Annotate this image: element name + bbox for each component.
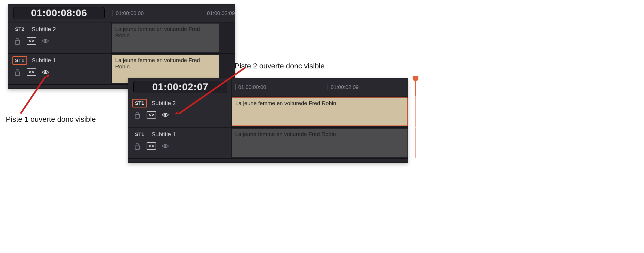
subtitle-clip[interactable]: La jeune femme en voiturede Fred Robin [232, 97, 408, 126]
track-badge[interactable]: ST1 [132, 99, 147, 107]
track-name-label: Subtitle 2 [152, 100, 176, 107]
time-ruler[interactable]: 01:00:00:00 01:00:02:09 [109, 4, 235, 22]
track-header[interactable]: ST1 Subtitle 1 <> [8, 54, 112, 84]
eye-icon[interactable] [41, 68, 50, 76]
eye-icon[interactable] [41, 37, 50, 45]
playhead-handle-icon[interactable] [413, 76, 418, 81]
timeline-panel-1: 01:00:08:06 01:00:00:00 01:00:02:09 ST2 … [8, 4, 235, 89]
clip-text: La jeune femme en voiturede Fred Robin [235, 100, 336, 106]
timecode-display[interactable]: 01:00:08:06 [13, 7, 105, 19]
clip-text: La jeune femme en voiturede Fred Robin [115, 26, 200, 38]
track-badge[interactable]: ST1 [12, 56, 27, 65]
track-lane[interactable]: La jeune femme en voiturede Fred Robin [232, 96, 408, 127]
timecode-text: 01:00:08:06 [31, 8, 87, 19]
track-name-label: Subtitle 1 [152, 131, 176, 138]
clip-text: La jeune femme en voiturede Fred Robin [235, 131, 336, 137]
time-ruler[interactable]: 01:00:00:00 01:00:02:09 [231, 78, 408, 96]
eye-icon[interactable] [161, 111, 170, 119]
track-header[interactable]: ST1 Subtitle 2 <> [128, 96, 232, 127]
annotation-label: Piste 2 ouverte donc visible [235, 62, 325, 70]
ruler-label: 01:00:02:09 [207, 10, 235, 16]
track-lane[interactable]: La jeune femme en voiturede Fred Robin [232, 128, 408, 158]
playhead-line [415, 128, 416, 158]
auto-caption-toggle[interactable]: <> [27, 68, 36, 76]
track-badge[interactable]: ST2 [12, 25, 27, 34]
track-header[interactable]: ST2 Subtitle 2 <> [8, 22, 112, 53]
ruler-row: 01:00:08:06 01:00:00:00 01:00:02:09 [8, 4, 235, 22]
lock-icon[interactable] [133, 142, 142, 150]
track-badge[interactable]: ST1 [132, 130, 147, 139]
timecode-text: 01:00:02:07 [152, 82, 208, 93]
track-lane[interactable]: La jeune femme en voiturede Fred Robin [112, 22, 235, 53]
ruler-label: 01:00:02:09 [331, 84, 359, 90]
auto-caption-toggle[interactable]: <> [147, 111, 156, 119]
lock-icon[interactable] [13, 37, 22, 45]
subtitle-track: ST1 Subtitle 1 <> La jeune femme en voit… [128, 128, 408, 159]
track-name-label: Subtitle 1 [32, 57, 56, 64]
lock-icon[interactable] [133, 111, 142, 119]
ruler-label: 01:00:00:00 [238, 84, 266, 90]
subtitle-track: ST1 Subtitle 2 <> La jeune femme en voit… [128, 96, 408, 128]
playhead-line [415, 96, 416, 127]
ruler-label: 01:00:00:00 [116, 10, 144, 16]
lock-icon[interactable] [13, 68, 22, 76]
playhead[interactable] [415, 78, 416, 96]
clip-text: La jeune femme en voiturede Fred Robin [115, 57, 200, 69]
track-name-label: Subtitle 2 [32, 26, 56, 33]
track-header[interactable]: ST1 Subtitle 1 <> [128, 128, 232, 158]
auto-caption-toggle[interactable]: <> [147, 142, 156, 150]
subtitle-track: ST2 Subtitle 2 <> La jeune femme en voit… [8, 22, 235, 54]
timecode-display[interactable]: 01:00:02:07 [133, 81, 227, 93]
ruler-row: 01:00:02:07 01:00:00:00 01:00:02:09 [128, 78, 408, 96]
subtitle-clip[interactable]: La jeune femme en voiturede Fred Robin [112, 24, 219, 52]
subtitle-clip[interactable]: La jeune femme en voiturede Fred Robin [232, 129, 408, 157]
annotation-label: Piste 1 ouverte donc visible [6, 115, 96, 124]
eye-icon[interactable] [161, 142, 170, 150]
timeline-panel-2: 01:00:02:07 01:00:00:00 01:00:02:09 ST1 … [128, 78, 408, 163]
auto-caption-toggle[interactable]: <> [27, 37, 36, 45]
